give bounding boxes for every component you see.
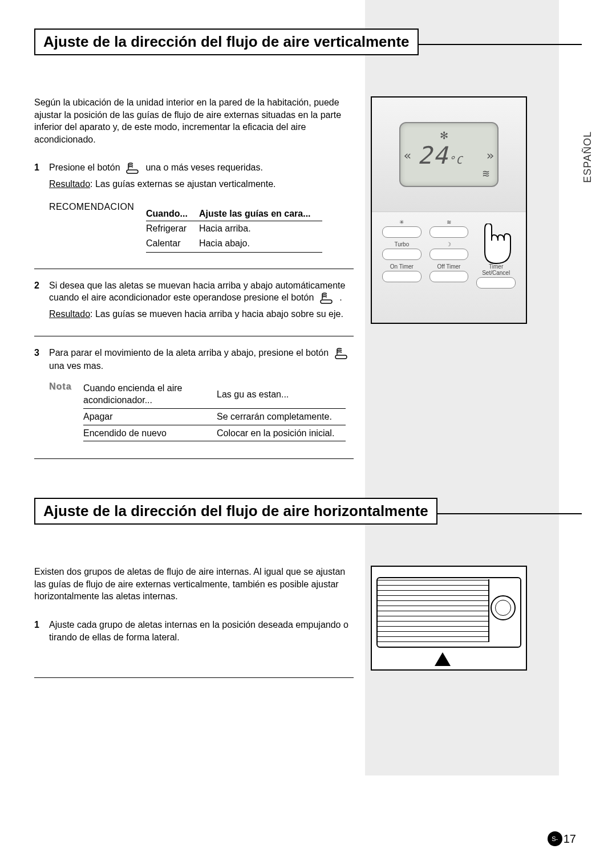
section1-bottom-rule (34, 458, 354, 459)
step3-text-post: una ves mas. (49, 361, 103, 371)
fan-grille-icon (491, 595, 516, 620)
section2-step1-number: 1 (34, 619, 49, 643)
table-row: Encendido de nuevo Colocar en la posició… (83, 425, 346, 441)
table-row: Refrigerar Hacia arriba. (146, 221, 322, 236)
reco-cell: Hacia abajo. (199, 236, 322, 252)
nota-table: Cuando encienda el aire acondicionador..… (83, 380, 346, 441)
remote-illustration: ✻ «» 24°C ≋ ✳ ≋ Turbo ☽ (371, 96, 527, 464)
page-prefix: S- (552, 835, 558, 842)
step-1: 1 Presione el botón una o más veses requ… (34, 161, 354, 252)
lcd-temp: 24 (418, 141, 449, 169)
section2-step1-text: Ajuste cada grupo de aletas internas en … (49, 619, 354, 643)
step3-text-pre: Para parar el movimiento de la aleta arr… (49, 348, 329, 358)
step-3: 3 Para parar el movimiento de la aleta a… (34, 347, 354, 441)
remote-button[interactable] (429, 249, 469, 260)
section1-intro: Según la ubicación de la unidad interior… (34, 96, 354, 145)
step2-result-text: : Las guías se mueven hacia arriba y hac… (90, 309, 343, 319)
page-number: S- 17 (548, 831, 576, 846)
table-row: Apagar Se cerrarán completamente. (83, 409, 346, 425)
remote-button[interactable] (429, 226, 469, 238)
remote-btn-label: On Timer (382, 263, 422, 270)
step1-text-post: una o más veses requeridas. (145, 163, 262, 172)
divider (34, 269, 354, 269)
fan-icon: ✳ (382, 219, 422, 225)
language-tab: ESPAÑOL (582, 131, 594, 183)
remote-button[interactable] (382, 249, 422, 260)
reco-head-set: Ajuste las guías en cara... (199, 206, 322, 221)
ac-unit-illustration (371, 566, 527, 683)
recomendacion-table: Cuando... Ajuste las guías en cara... Re… (146, 206, 322, 253)
step1-result-label: Resultado (49, 179, 90, 189)
remote-button[interactable] (382, 226, 422, 238)
step1-result-text: : Las guías externas se ajustan vertical… (90, 179, 276, 189)
nota-label: Nota (49, 380, 83, 441)
swing-icon (125, 162, 141, 174)
remote-button[interactable] (382, 271, 422, 282)
reco-cell: Hacia arriba. (199, 221, 322, 236)
reco-head-when: Cuando... (146, 206, 199, 221)
arrow-left-icon: « (404, 148, 411, 163)
remote-btn-label: Turbo (382, 241, 422, 247)
snowflake-icon: ✻ (440, 128, 448, 142)
section2-title: Ajuste de la dirección del flujo de aire… (34, 498, 437, 525)
swing-icon (334, 347, 350, 360)
swing-icon (319, 292, 335, 304)
reco-cell: Calentar (146, 236, 199, 252)
table-row: Calentar Hacia abajo. (146, 236, 322, 252)
remote-button-panel: ✳ ≋ Turbo ☽ On Timer Off Timer Timer Set… (372, 212, 526, 323)
nota-cell: Colocar en la posición inicial. (217, 425, 346, 441)
step2-text-post: . (339, 293, 342, 302)
pointing-hand-icon (479, 224, 513, 269)
remote-lcd-panel: ✻ «» 24°C ≋ (372, 98, 526, 212)
svg-rect-2 (335, 355, 347, 359)
step2-text-pre: Si desea que las aletas se muevan hacia … (49, 281, 345, 303)
svg-rect-0 (127, 170, 138, 173)
swing-indicator-icon: ≋ (483, 166, 489, 180)
nota-cell: Se cerrarán completamente. (217, 409, 346, 425)
swing-icon: ≋ (429, 219, 469, 225)
step2-result-label: Resultado (49, 309, 90, 319)
section2-bottom-rule (34, 677, 354, 678)
svg-rect-1 (321, 300, 332, 303)
step-1-number: 1 (34, 161, 49, 252)
remote-btn-label: Off Timer (429, 263, 469, 270)
sleep-icon: ☽ (429, 241, 469, 247)
up-arrow-icon (435, 652, 451, 666)
reco-cell: Refrigerar (146, 221, 199, 236)
step-2: 2 Si desea que las aletas se muevan haci… (34, 279, 354, 320)
nota-cell: Encendido de nuevo (83, 425, 217, 441)
section1-title: Ajuste de la dirección del flujo de aire… (34, 29, 419, 55)
nota-head-b: Las gu as estan... (217, 380, 346, 409)
lcd-unit: °C (449, 154, 464, 166)
section-vertical-airflow: Ajuste de la dirección del flujo de aire… (34, 29, 582, 464)
step-2-number: 2 (34, 279, 49, 320)
divider (34, 336, 354, 336)
nota-cell: Apagar (83, 409, 217, 425)
arrow-right-icon: » (487, 148, 494, 163)
remote-button[interactable] (476, 277, 516, 289)
step-3-number: 3 (34, 347, 49, 441)
section-horizontal-airflow: Ajuste de la dirección del flujo de aire… (34, 498, 582, 683)
nota-head-a: Cuando encienda el aire acondicionador..… (83, 380, 217, 409)
recomendacion-label: RECOMENDACION (49, 201, 146, 253)
page-num-value: 17 (564, 832, 576, 846)
section2-step-1: 1 Ajuste cada grupo de aletas internas e… (34, 619, 354, 643)
remote-button[interactable] (429, 271, 469, 282)
step1-text-pre: Presione el botón (49, 163, 120, 172)
section2-intro: Existen dos grupos de aletas de flujo de… (34, 566, 354, 603)
